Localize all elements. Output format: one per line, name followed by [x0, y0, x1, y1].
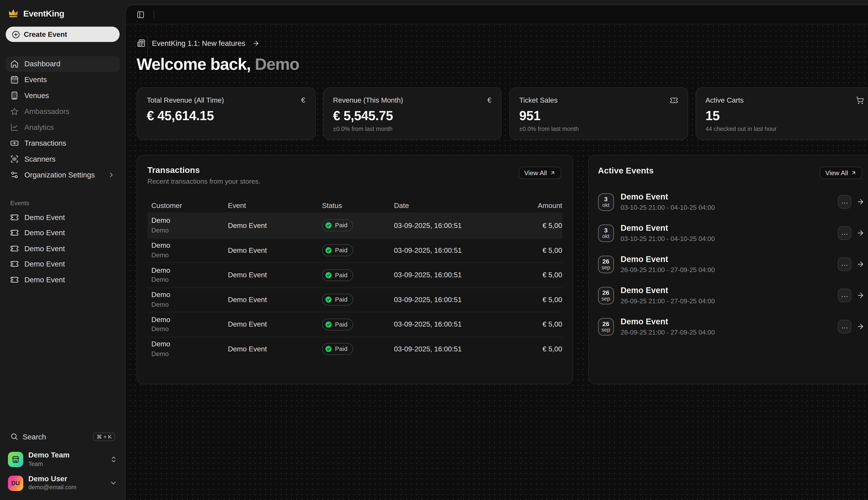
- create-event-button[interactable]: Create Event: [6, 26, 119, 42]
- sidebar-event-item[interactable]: Demo Event: [6, 241, 119, 256]
- event-date-badge: 3 okt: [598, 224, 614, 242]
- cell-customer: Demo: [151, 267, 228, 274]
- table-row[interactable]: Demo Demo Demo Event Paid: [147, 287, 562, 312]
- transactions-table: Customer Event Status Date Amount Demo: [147, 199, 562, 361]
- ticket-icon: [10, 260, 19, 268]
- view-all-label: View All: [524, 169, 547, 176]
- sidebar-item-dashboard[interactable]: Dashboard: [6, 56, 119, 72]
- search-label: Search: [23, 432, 46, 441]
- list-item[interactable]: 26 sep Demo Event 26-09-25 21:00 - 27-09…: [598, 317, 864, 336]
- sidebar-item-venues[interactable]: Venues: [6, 88, 119, 103]
- cell-customer: Demo: [151, 217, 228, 225]
- sidebar-event-item[interactable]: Demo Event: [6, 256, 119, 272]
- panels-row: Transactions Recent transactions from yo…: [137, 155, 868, 384]
- cell-customer: Demo: [151, 316, 228, 324]
- sidebar-item-scanners[interactable]: Scanners: [6, 151, 119, 167]
- sidebar-event-item[interactable]: Demo Event: [6, 209, 119, 225]
- table-row[interactable]: Demo Demo Demo Event Paid: [147, 312, 562, 337]
- stat-card-revenue-month: Revenue (This Month)€ € 5,545.75 ±0.0% f…: [323, 87, 502, 140]
- list-item[interactable]: 26 sep Demo Event 26-09-25 21:00 - 27-09…: [598, 286, 864, 305]
- event-dates: 26-09-25 21:00 - 27-09-25 04:00: [621, 266, 715, 273]
- transactions-rows: Demo Demo Demo Event Paid: [147, 213, 562, 361]
- sidebar-item-label: Ambassadors: [24, 107, 69, 116]
- transactions-subtitle: Recent transactions from your stores.: [147, 178, 562, 185]
- main-content: EventKing 1.1: New features Welcome back…: [126, 25, 868, 500]
- sidebar-item-organization-settings[interactable]: Organization Settings: [6, 167, 119, 183]
- event-day: 3: [604, 227, 608, 233]
- cell-amount: € 5,00: [499, 345, 562, 353]
- cell-customer-sub: Demo: [151, 326, 228, 333]
- stat-title: Active Carts: [706, 96, 744, 104]
- active-events-view-all-button[interactable]: View All: [820, 167, 862, 179]
- cell-event: Demo Event: [228, 247, 322, 254]
- transactions-view-all-button[interactable]: View All: [518, 167, 561, 179]
- stat-card-ticket-sales: Ticket Sales 951 ±0.0% from last month: [509, 87, 688, 140]
- event-month: okt: [602, 202, 609, 208]
- sidebar-item-events[interactable]: Events: [6, 72, 119, 88]
- stats-row: Total Revenue (All Time)€ € 45,614.15 Re…: [137, 87, 868, 140]
- event-options-button[interactable]: …: [838, 288, 851, 302]
- list-item[interactable]: 26 sep Demo Event 26-09-25 21:00 - 27-09…: [598, 254, 864, 274]
- scan-icon: [10, 155, 19, 163]
- sidebar-item-analytics[interactable]: Analytics: [6, 120, 119, 135]
- sidebar-toggle-button[interactable]: [137, 10, 145, 19]
- cell-customer-sub: Demo: [151, 227, 228, 234]
- sidebar-event-item[interactable]: Demo Event: [6, 225, 119, 241]
- event-day: 26: [602, 258, 609, 264]
- event-options-button[interactable]: …: [838, 257, 851, 271]
- stat-value: € 5,545.75: [333, 109, 491, 122]
- crown-logo-icon: [8, 8, 19, 19]
- search-trigger[interactable]: Search ⌘ + K: [6, 429, 119, 444]
- table-row[interactable]: Demo Demo Demo Event Paid: [147, 262, 562, 287]
- table-row[interactable]: Demo Demo Demo Event Paid: [147, 238, 562, 262]
- sidebar-item-ambassadors[interactable]: Ambassadors: [6, 104, 119, 120]
- transactions-table-header: Customer Event Status Date Amount: [147, 199, 562, 213]
- col-event: Event: [228, 202, 322, 210]
- arrow-right-icon[interactable]: [857, 291, 865, 299]
- sidebar-event-item[interactable]: Demo Event: [6, 272, 119, 287]
- table-row[interactable]: Demo Demo Demo Event Paid: [147, 337, 562, 361]
- chevron-down-icon: [110, 479, 117, 487]
- plus-circle-icon: [12, 30, 20, 38]
- event-options-button[interactable]: …: [838, 320, 851, 333]
- chevrons-up-down-icon: [110, 456, 117, 463]
- sidebar-item-label: Dashboard: [24, 60, 60, 68]
- sidebar: EventKing Create Event Dashboard Events …: [0, 0, 125, 500]
- event-dates: 03-10-25 21:00 - 04-10-25 04:00: [621, 204, 715, 211]
- event-dates: 26-09-25 21:00 - 27-09-25 04:00: [621, 297, 715, 305]
- table-row[interactable]: Demo Demo Demo Event Paid: [147, 213, 562, 238]
- sidebar-item-transactions[interactable]: Transactions: [6, 135, 119, 151]
- sidebar-nav: Dashboard Events Venues Ambassadors Anal…: [6, 56, 119, 183]
- brand-name: EventKing: [23, 9, 64, 18]
- list-item[interactable]: 3 okt Demo Event 03-10-25 21:00 - 04-10-…: [598, 192, 864, 212]
- arrow-right-icon[interactable]: [857, 198, 865, 206]
- arrow-right-icon[interactable]: [857, 322, 865, 331]
- event-options-button[interactable]: …: [838, 195, 851, 208]
- arrow-right-icon: [252, 39, 259, 47]
- list-item[interactable]: 3 okt Demo Event 03-10-25 21:00 - 04-10-…: [598, 224, 864, 243]
- status-label: Paid: [335, 321, 347, 328]
- sidebar-item-label: Scanners: [24, 155, 55, 163]
- event-options-button[interactable]: …: [838, 226, 851, 240]
- sidebar-event-label: Demo Event: [24, 213, 65, 221]
- user-email: demo@email.com: [28, 484, 76, 491]
- release-banner[interactable]: EventKing 1.1: New features: [137, 39, 868, 47]
- team-switcher[interactable]: Demo Team Team: [6, 449, 119, 469]
- cart-icon: [856, 96, 864, 104]
- stat-value: 15: [706, 109, 864, 122]
- col-date: Date: [394, 202, 499, 210]
- check-circle-icon: [325, 271, 332, 279]
- cell-customer: Demo: [151, 292, 228, 299]
- chart-icon: [10, 123, 19, 132]
- status-badge: Paid: [322, 245, 353, 257]
- event-month: sep: [602, 264, 610, 271]
- sidebar-event-label: Demo Event: [24, 244, 65, 253]
- arrow-right-icon[interactable]: [857, 260, 865, 268]
- arrow-right-icon[interactable]: [857, 229, 865, 237]
- euro-icon: €: [301, 96, 305, 104]
- user-menu[interactable]: DU Demo User demo@email.com: [6, 473, 119, 493]
- status-label: Paid: [335, 272, 347, 278]
- event-day: 3: [604, 195, 608, 202]
- event-date-badge: 26 sep: [598, 255, 614, 273]
- stat-title: Revenue (This Month): [333, 96, 403, 104]
